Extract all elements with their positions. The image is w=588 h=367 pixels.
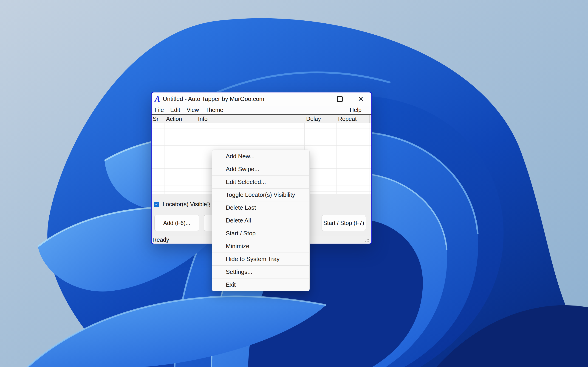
context-menu-item[interactable]: Delete Last bbox=[212, 201, 309, 214]
context-menu: Add New...Add Swipe...Edit Selected...To… bbox=[212, 150, 310, 291]
title-bar[interactable]: A Untitled - Auto Tapper by MurGoo.com ✕ bbox=[152, 92, 372, 106]
column-header[interactable]: Repeat bbox=[336, 115, 370, 123]
context-menu-item[interactable]: Minimize bbox=[212, 240, 309, 252]
status-text: Ready bbox=[153, 236, 169, 243]
caption-buttons: ✕ bbox=[308, 92, 372, 106]
maximize-icon bbox=[337, 96, 343, 102]
add-button[interactable]: Add (F6)... bbox=[154, 215, 199, 231]
menubar-item[interactable]: File bbox=[155, 107, 164, 113]
checkbox-checked-icon[interactable]: ✓ bbox=[154, 202, 159, 207]
menubar-item[interactable]: View bbox=[187, 107, 199, 113]
context-menu-item[interactable]: Exit bbox=[212, 278, 309, 291]
minimize-icon bbox=[316, 99, 321, 99]
locators-visible-checkbox-row[interactable]: ✓ Locator(s) Visible bbox=[154, 201, 207, 208]
locators-visible-label: Locator(s) Visible bbox=[163, 201, 207, 208]
close-icon: ✕ bbox=[358, 95, 364, 102]
context-menu-item[interactable]: Delete All bbox=[212, 214, 309, 227]
menubar-item[interactable]: Edit bbox=[170, 107, 180, 113]
menubar-item-help[interactable]: Help bbox=[350, 107, 362, 113]
partially-hidden-label: R bbox=[206, 201, 210, 208]
column-header[interactable]: Info bbox=[196, 115, 304, 123]
context-menu-item[interactable]: Add New... bbox=[212, 150, 309, 163]
column-header[interactable]: Action bbox=[164, 115, 196, 123]
context-menu-item[interactable]: Start / Stop bbox=[212, 227, 309, 240]
table-grid-line bbox=[370, 123, 370, 194]
context-menu-item[interactable]: Toggle Locator(s) Visibility bbox=[212, 188, 309, 201]
minimize-button[interactable] bbox=[308, 92, 329, 106]
menu-bar: FileEditViewTheme Help bbox=[152, 106, 372, 115]
context-menu-item[interactable]: Edit Selected... bbox=[212, 175, 309, 188]
column-header[interactable]: Sr bbox=[152, 115, 164, 123]
context-menu-item[interactable]: Settings... bbox=[212, 265, 309, 278]
maximize-button[interactable] bbox=[329, 92, 350, 106]
menubar-item[interactable]: Theme bbox=[205, 107, 223, 113]
resize-grip[interactable] bbox=[365, 238, 370, 242]
context-menu-item[interactable]: Hide to System Tray bbox=[212, 252, 309, 265]
start-stop-button[interactable]: Start / Stop (F7) bbox=[321, 215, 366, 231]
table-grid-line bbox=[164, 123, 164, 194]
table-grid-line bbox=[196, 123, 196, 194]
table-grid-line bbox=[336, 123, 337, 194]
app-icon: A bbox=[155, 95, 160, 103]
action-table-header: SrActionInfoDelayRepeat bbox=[152, 115, 372, 123]
column-header[interactable]: Delay bbox=[304, 115, 336, 123]
context-menu-item[interactable]: Add Swipe... bbox=[212, 163, 309, 175]
window-title: Untitled - Auto Tapper by MurGoo.com bbox=[163, 95, 264, 102]
close-button[interactable]: ✕ bbox=[350, 92, 372, 106]
